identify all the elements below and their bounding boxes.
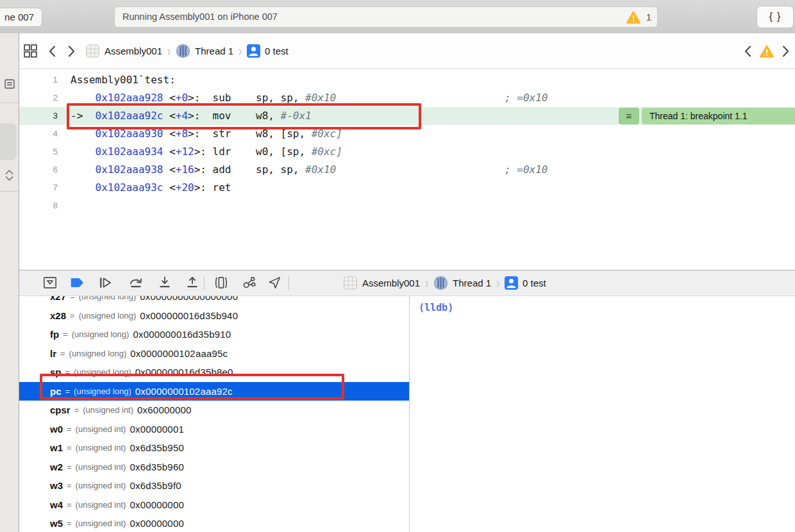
register-type: (unsigned long): [79, 311, 137, 320]
thread-icon: [433, 276, 448, 290]
register-value: 0x00000000: [130, 499, 184, 510]
register-type: (unsigned long): [69, 349, 127, 358]
thread-icon: [176, 44, 190, 58]
step-into-icon[interactable]: [155, 274, 174, 292]
register-row-w3[interactable]: w3=(unsigned int)0x6d35b9f0: [19, 476, 409, 495]
editor-jump-bar: Assembly001›Thread 1›0 test: [19, 33, 795, 69]
code-braces-button[interactable]: { }: [757, 6, 794, 28]
register-equals: =: [63, 329, 68, 339]
forward-chevron-icon[interactable]: [66, 44, 77, 58]
line-number[interactable]: 7: [19, 179, 58, 197]
register-row-x27[interactable]: x27=(unsigned long)0x0000000000000000: [19, 296, 409, 306]
line-number[interactable]: 8: [19, 197, 58, 215]
breadcrumb-separator: ›: [496, 274, 500, 291]
breadcrumb-item-assembly001[interactable]: Assembly001: [85, 44, 162, 58]
breadcrumb-separator: ›: [167, 42, 171, 59]
register-type: (unsigned long): [72, 329, 130, 339]
breadcrumb-label: Thread 1: [453, 278, 491, 288]
left-edge-strip: [0, 33, 19, 532]
step-over-icon[interactable]: [126, 274, 146, 292]
breadcrumb-label: Thread 1: [195, 46, 233, 56]
register-name: pc: [50, 386, 62, 397]
code-text: Assembly001`test:: [71, 71, 176, 89]
warning-icon[interactable]: [760, 44, 774, 58]
register-row-lr[interactable]: lr=(unsigned long)0x0000000102aaa95c: [19, 344, 409, 363]
register-equals: =: [65, 387, 71, 396]
asm-comment: ; =0x10: [505, 89, 548, 107]
breakpoint-menu-icon[interactable]: ≡: [619, 108, 639, 124]
register-name: sp: [50, 367, 62, 378]
memory-graph-icon[interactable]: [240, 274, 259, 292]
code-text: 0x102aaa93c <+20>: ret: [71, 179, 231, 197]
register-equals: =: [65, 367, 71, 377]
line-number[interactable]: 5: [19, 143, 58, 161]
code-line-6[interactable]: 6 0x102aaa938 <+16>: add sp, sp, #0x10; …: [19, 161, 795, 179]
related-items-icon[interactable]: [22, 43, 38, 59]
register-equals: =: [67, 462, 72, 472]
register-equals: =: [70, 311, 75, 320]
person-icon: [505, 276, 518, 290]
breadcrumb-label: 0 test: [265, 46, 289, 56]
view-hierarchy-icon[interactable]: [212, 274, 231, 292]
code-line-2[interactable]: 2 0x102aaa928 <+0>: sub sp, sp, #0x10; =…: [19, 89, 795, 107]
breadcrumb-item-thread-1[interactable]: Thread 1: [433, 276, 491, 290]
next-issue-icon[interactable]: [780, 44, 791, 58]
register-row-w2[interactable]: w2=(unsigned int)0x6d35b960: [19, 458, 409, 477]
hide-debug-area-icon[interactable]: [40, 274, 60, 292]
line-number[interactable]: 6: [19, 161, 58, 179]
register-row-fp[interactable]: fp=(unsigned long)0x000000016d35b910: [19, 325, 409, 344]
breakpoints-toggle-icon[interactable]: [68, 274, 87, 292]
stepper-chevrons-icon[interactable]: [3, 168, 16, 183]
code-line-7[interactable]: 7 0x102aaa93c <+20>: ret: [19, 179, 795, 197]
register-value: 0x6d35b960: [130, 461, 184, 472]
register-name: lr: [50, 348, 56, 359]
register-equals: =: [67, 500, 72, 510]
register-row-sp[interactable]: sp=(unsigned long)0x000000016d35b8e0: [19, 363, 409, 382]
code-line-8[interactable]: 8: [19, 197, 795, 215]
register-equals: =: [74, 405, 80, 415]
breakpoint-annotation[interactable]: ≡Thread 1: breakpoint 1.1: [619, 108, 795, 124]
register-name: w2: [50, 461, 63, 472]
registers-variables-pane: x27=(unsigned long)0x0000000000000000x28…: [19, 296, 409, 532]
issue-count-badge[interactable]: 1: [626, 7, 651, 27]
step-out-icon[interactable]: [183, 274, 202, 292]
line-number[interactable]: 3: [19, 107, 58, 125]
warning-count: 1: [646, 12, 651, 22]
lldb-console-pane[interactable]: (lldb): [409, 296, 795, 532]
register-row-w1[interactable]: w1=(unsigned int)0x6d35b950: [19, 438, 409, 458]
editor-list-icon[interactable]: [3, 78, 16, 90]
register-type: (unsigned int): [76, 500, 126, 510]
line-number[interactable]: 4: [19, 125, 58, 143]
breadcrumb-item-thread-1[interactable]: Thread 1: [176, 44, 233, 58]
register-name: w5: [50, 518, 63, 529]
simulate-location-icon[interactable]: [265, 274, 284, 292]
register-row-cpsr[interactable]: cpsr=(unsigned int)0x60000000: [19, 401, 409, 420]
line-number[interactable]: 2: [19, 89, 58, 107]
register-value: 0x00000000: [130, 518, 184, 529]
breadcrumb-item-0-test[interactable]: 0 test: [247, 44, 289, 58]
lldb-prompt: (lldb): [419, 301, 453, 314]
breadcrumb-item-assembly001[interactable]: Assembly001: [343, 276, 420, 290]
code-line-1[interactable]: 1Assembly001`test:: [19, 71, 795, 89]
code-line-3[interactable]: 3-> 0x102aaa92c <+4>: mov w8, #-0x1≡Thre…: [19, 107, 795, 125]
code-line-5[interactable]: 5 0x102aaa934 <+12>: ldr w0, [sp, #0xc]: [19, 143, 795, 161]
code-line-4[interactable]: 4 0x102aaa930 <+8>: str w8, [sp, #0xc]: [19, 125, 795, 143]
register-row-x28[interactable]: x28=(unsigned long)0x000000016d35b940: [19, 306, 409, 326]
prev-issue-icon[interactable]: [742, 44, 753, 58]
continue-icon[interactable]: [96, 274, 115, 292]
line-number[interactable]: 1: [19, 71, 58, 89]
register-name: x27: [50, 296, 66, 302]
breadcrumb-separator: ›: [238, 42, 242, 59]
register-row-pc[interactable]: pc=(unsigned long)0x0000000102aaa92c: [19, 382, 409, 401]
device-scheme-button[interactable]: ne 007: [0, 8, 42, 27]
register-value: 0x0000000000000000: [140, 296, 238, 302]
register-equals: =: [70, 296, 75, 301]
register-row-w0[interactable]: w0=(unsigned int)0x00000001: [19, 420, 409, 439]
breadcrumb-item-0-test[interactable]: 0 test: [505, 276, 546, 290]
register-type: (unsigned int): [76, 443, 126, 453]
asm-comment: ; =0x10: [505, 161, 548, 179]
back-chevron-icon[interactable]: [47, 44, 58, 58]
register-row-w4[interactable]: w4=(unsigned int)0x00000000: [19, 495, 409, 515]
breadcrumb-separator: ›: [425, 274, 429, 291]
register-row-w5[interactable]: w5=(unsigned int)0x00000000: [19, 514, 409, 532]
